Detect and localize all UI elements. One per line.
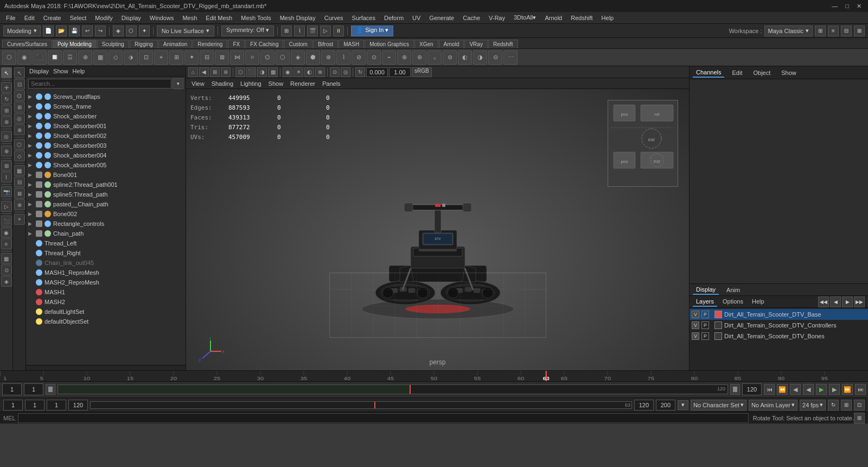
goto-end-btn[interactable]: ⏭ — [855, 384, 866, 395]
snap-grid-btn[interactable]: ⊞ — [281, 26, 292, 36]
list-item[interactable]: ▶ Bone001 — [26, 170, 186, 180]
shelf-icon-20[interactable]: ◈ — [291, 51, 305, 65]
shelf-icon-6[interactable]: ⊕ — [78, 51, 92, 65]
rp-tab-help-layers[interactable]: Help — [749, 297, 768, 307]
second-icon-5[interactable]: ◎ — [14, 113, 25, 124]
vp-refresh-btn[interactable]: ↻ — [355, 67, 365, 77]
shelf-icon-11[interactable]: ⌖ — [154, 51, 168, 65]
workspace-btn3[interactable]: ⊟ — [841, 26, 852, 36]
list-item[interactable]: ▶ Screws_mudflaps — [26, 92, 186, 102]
render-btn[interactable]: 🎬 — [307, 26, 318, 36]
menu-create[interactable]: Create — [40, 14, 65, 22]
list-item[interactable]: MASH1_ReproMesh — [26, 268, 186, 277]
mini-timeline[interactable]: 63 — [90, 401, 632, 409]
menu-cache[interactable]: Cache — [459, 14, 484, 22]
menu-mesh[interactable]: Mesh — [178, 14, 201, 22]
shelf-icon-1[interactable]: ⬡ — [2, 51, 16, 65]
shelf-icon-15[interactable]: ⊠ — [215, 51, 229, 65]
rp-tab-display[interactable]: Display — [693, 285, 719, 295]
layer-v-3[interactable]: V — [692, 332, 699, 340]
shelf-tab-anim[interactable]: Animation — [158, 40, 192, 48]
vp-menu-renderer[interactable]: Renderer — [287, 80, 318, 87]
menu-redshift[interactable]: Redshift — [567, 14, 596, 22]
outliner-show-menu[interactable]: Show — [53, 68, 68, 74]
menu-mesh-tools[interactable]: Mesh Tools — [237, 14, 275, 22]
list-item[interactable]: defaultObjectSet — [26, 317, 186, 326]
workspace-btn1[interactable]: ⊞ — [815, 26, 826, 36]
prev-frame-btn[interactable]: ◀ — [790, 384, 801, 395]
shelf-tab-custom[interactable]: Custom — [284, 40, 312, 48]
shelf-tab-fxcache[interactable]: FX Caching — [245, 40, 283, 48]
fps-dropdown[interactable]: 24 fps ▾ — [800, 400, 826, 411]
open-btn[interactable]: 📂 — [56, 26, 67, 36]
list-item[interactable]: ▶ Shock_absorber003 — [26, 141, 186, 150]
list-item[interactable]: MASH2 — [26, 297, 186, 307]
list-item[interactable]: Thread_Right — [26, 248, 186, 258]
symmetry-dropdown[interactable]: Symmetry: Off ▾ — [221, 26, 274, 36]
vp-wireframe-btn[interactable]: ⬡ — [235, 67, 245, 77]
shelf-icon-25[interactable]: ⊙ — [367, 51, 381, 65]
time-ruler[interactable]: 1 5 10 15 20 25 30 35 40 45 50 55 60 — [0, 371, 868, 382]
shelf-tab-render[interactable]: Rendering — [193, 40, 227, 48]
menu-file[interactable]: File — [2, 14, 20, 22]
mel-input[interactable] — [18, 413, 749, 423]
vp-solid-btn[interactable]: ⬛ — [246, 67, 256, 77]
close-btn[interactable]: ✕ — [854, 3, 864, 10]
viewport-canvas[interactable]: Verts: 449995 0 0 Edges: 887593 0 0 Face… — [186, 89, 689, 370]
shelf-icon-18[interactable]: ⌬ — [260, 51, 275, 65]
prev-key-btn[interactable]: ⏪ — [777, 384, 788, 395]
shelf-tab-redshift[interactable]: Redshift — [488, 40, 518, 48]
layer-v-1[interactable]: V — [692, 311, 699, 318]
menu-deform[interactable]: Deform — [380, 14, 407, 22]
vp-isolate-btn[interactable]: ⊙ — [330, 67, 340, 77]
list-item[interactable]: Thread_Left — [26, 238, 186, 248]
rp-tab-object[interactable]: Object — [750, 68, 774, 77]
layer-row[interactable]: V P Dirt_All_Terrain_Scooter_DTV_Bones — [690, 331, 868, 342]
second-icon-10[interactable]: ⊟ — [14, 176, 25, 187]
select-tool-btn[interactable]: ◈ — [113, 26, 124, 36]
second-icon-1[interactable]: ↖ — [14, 67, 25, 78]
shelf-icon-23[interactable]: ⌇ — [336, 51, 350, 65]
rp-tab-edit[interactable]: Edit — [729, 68, 745, 77]
second-icon-8[interactable]: ◇ — [14, 150, 25, 161]
shelf-tab-curves[interactable]: Curves/Surfaces — [2, 40, 52, 48]
shelf-icon-33[interactable]: ⊝ — [488, 51, 502, 65]
new-scene-btn[interactable]: 📄 — [43, 26, 54, 36]
vp-colorspace-btn[interactable]: sRGB — [412, 67, 432, 77]
second-icon-2[interactable]: ⊡ — [14, 79, 25, 90]
shelf-tab-bifrost[interactable]: Bifrost — [313, 40, 338, 48]
menu-help[interactable]: Help — [598, 14, 618, 22]
node-icon[interactable]: ◈ — [1, 276, 12, 287]
menu-select[interactable]: Select — [66, 14, 91, 22]
bc-start-input[interactable] — [3, 400, 23, 411]
shelf-icon-14[interactable]: ⊟ — [200, 51, 214, 65]
scale-tool-icon[interactable]: ⊞ — [1, 105, 12, 116]
shelf-icon-28[interactable]: ⊛ — [412, 51, 426, 65]
rp-tab-channels[interactable]: Channels — [693, 68, 724, 78]
list-item[interactable]: ▶ spline2:Thread_path001 — [26, 180, 186, 190]
menu-curves[interactable]: Curves — [321, 14, 347, 22]
outliner-display-menu[interactable]: Display — [29, 68, 49, 74]
second-icon-13[interactable]: ⌖ — [14, 214, 25, 225]
shelf-icon-19[interactable]: ⬡ — [276, 51, 290, 65]
outliner-search-input[interactable] — [28, 79, 171, 89]
shelf-icon-32[interactable]: ◑ — [473, 51, 487, 65]
titlebar-controls[interactable]: — □ ✕ — [829, 3, 864, 10]
list-item[interactable]: ▶ Shock_absorber — [26, 111, 186, 121]
range-start-input[interactable] — [24, 383, 43, 395]
shelf-icon-27[interactable]: ⊕ — [397, 51, 411, 65]
shelf-icon-26[interactable]: ⌁ — [382, 51, 396, 65]
menu-display[interactable]: Display — [118, 14, 145, 22]
outliner-help-menu[interactable]: Help — [73, 68, 85, 74]
paint-btn[interactable]: ✦ — [139, 26, 150, 36]
vp-menu-view[interactable]: View — [188, 80, 208, 87]
camera-icon[interactable]: 📷 — [1, 186, 12, 197]
display-icon[interactable]: ◉ — [1, 227, 12, 238]
second-icon-7[interactable]: ⬡ — [14, 139, 25, 150]
vp-home-btn[interactable]: ⌂ — [188, 67, 198, 77]
shelf-icon-13[interactable]: ✦ — [184, 51, 199, 65]
menu-edit-mesh[interactable]: Edit Mesh — [202, 14, 236, 22]
list-item[interactable]: ▶ Shock_absorber001 — [26, 121, 186, 131]
list-item[interactable]: MASH2_ReproMesh — [26, 277, 186, 287]
vp-ao-btn[interactable]: ⊗ — [315, 67, 325, 77]
